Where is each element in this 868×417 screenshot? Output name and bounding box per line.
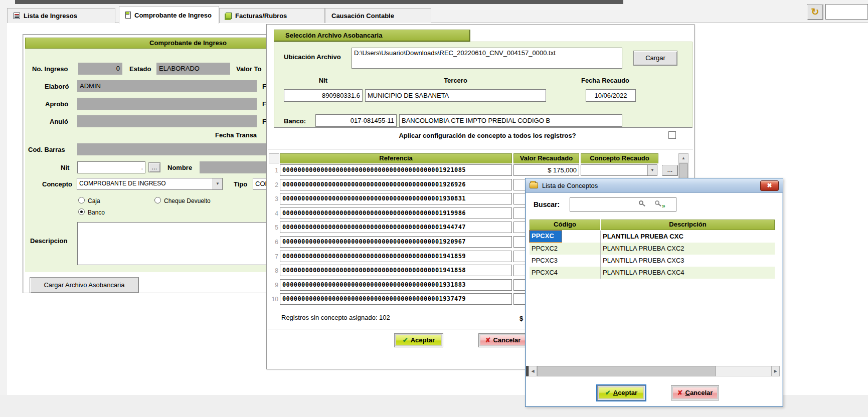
concepto-recaudo-combobox[interactable]: ▼ xyxy=(581,164,657,176)
cross-icon: ✘ xyxy=(485,336,491,344)
nit-label: Nit xyxy=(61,164,69,171)
referencia-cell[interactable]: 0000000000000000000000000000000000000000… xyxy=(280,265,512,276)
seleccion-dialog-title: Selección Archivo Asobancaria xyxy=(285,32,382,39)
estado-label: Estado xyxy=(129,65,151,73)
chevron-down-icon[interactable]: ▼ xyxy=(213,178,222,189)
concepto-browse-button[interactable]: ... xyxy=(662,165,678,176)
concepto-recaudo-header: Concepto Recaudo xyxy=(581,153,658,163)
radio-banco[interactable] xyxy=(78,209,85,215)
horizontal-scroll-thumb[interactable] xyxy=(537,366,716,376)
conceptos-cancelar-button[interactable]: ✘Cancelar xyxy=(671,385,719,400)
tab-comprobante-de-ingreso[interactable]: Comprobante de Ingreso xyxy=(119,6,219,24)
nit-column-label: Nit xyxy=(284,77,363,84)
refresh-button[interactable]: ↻ xyxy=(807,4,823,20)
valor-total-partial: $ xyxy=(519,315,523,322)
no-ingreso-field: 0 xyxy=(78,63,122,75)
row-number: 7 xyxy=(268,253,278,260)
row-number: 6 xyxy=(268,239,278,246)
scroll-left-button[interactable]: ◀ xyxy=(529,366,537,376)
anulo-field xyxy=(77,115,257,127)
conceptos-title-bar[interactable]: Lista de Conceptos xyxy=(526,178,783,193)
row-number: 5 xyxy=(268,224,278,231)
referencia-cell[interactable]: 0000000000000000000000000000000000000000… xyxy=(280,279,512,291)
referencia-cell[interactable]: 0000000000000000000000000000000000000000… xyxy=(280,207,512,219)
tab-lista-de-ingresos[interactable]: Lista de Ingresos xyxy=(7,8,115,23)
close-button[interactable]: ✖ xyxy=(760,180,779,191)
concepto-list-row[interactable]: PPCXCPLANTILLA PRUEBA CXC xyxy=(530,231,775,243)
no-ingreso-label: No. Ingreso xyxy=(32,65,68,73)
codigo-cell-selected[interactable]: PPCXC xyxy=(530,231,562,242)
fecha-label-2: F xyxy=(262,100,266,108)
form-title: Comprobante de Ingreso xyxy=(149,39,227,47)
cargar-archivo-asobancaria-button[interactable]: Cargar Archivo Asobancaria xyxy=(30,277,139,293)
nit-value-input[interactable]: 890980331.6 xyxy=(284,89,363,102)
concepto-list-row[interactable]: PPCXC4PLANTILLA PRUEBA CXC4 xyxy=(530,267,775,279)
valor-recaudado-header: Valor Recaudado xyxy=(513,153,579,163)
concepto-list-row[interactable]: PPCXC3PLANTILLA PRUEBA CXC3 xyxy=(530,255,775,267)
tipo-label: Tipo xyxy=(234,180,247,188)
conceptos-aceptar-button[interactable]: ✔Aceptar xyxy=(597,385,645,400)
list-icon xyxy=(14,13,20,19)
seleccion-aceptar-button[interactable]: ✔Aceptar xyxy=(394,333,443,347)
estado-field: ELABORADO xyxy=(156,63,230,75)
descripcion-cell[interactable]: PLANTILLA PRUEBA CXC2 xyxy=(603,245,684,252)
tercero-column-label: Tercero xyxy=(365,77,546,84)
banco-codigo-input[interactable]: 017-081455-11 xyxy=(315,114,397,127)
chevron-down-icon[interactable]: ▼ xyxy=(647,165,657,175)
referencia-cell[interactable]: 0000000000000000000000000000000000000000… xyxy=(280,164,512,176)
top-dark-strip xyxy=(15,0,623,4)
referencia-cell[interactable]: 0000000000000000000000000000000000000000… xyxy=(280,222,512,233)
lista-conceptos-dialog: Lista de Conceptos ✖ Buscar: » Código De… xyxy=(525,178,783,407)
codigo-cell[interactable]: PPCXC2 xyxy=(532,245,558,252)
nit-browse-button[interactable]: ... xyxy=(148,162,160,172)
row-number: 3 xyxy=(268,195,278,202)
fecha-transaccion-label: Fecha Transa xyxy=(215,131,257,139)
concepto-combobox[interactable]: COMPROBANTE DE INGRESO ▼ xyxy=(77,178,223,190)
tab-facturas-rubros[interactable]: Facturas/Rubros xyxy=(219,8,325,23)
concepto-list-row[interactable]: PPCXC2PLANTILLA PRUEBA CXC2 xyxy=(530,243,775,255)
valor-recaudado-cell[interactable]: $ 175,000 xyxy=(513,164,579,176)
ubicacion-archivo-label: Ubicación Archivo xyxy=(284,53,341,61)
seleccion-cancelar-button[interactable]: ✘Cancelar xyxy=(478,333,528,347)
scroll-right-button[interactable]: ▶ xyxy=(771,366,780,376)
fecha-label-3: F xyxy=(262,118,266,125)
referencia-cell[interactable]: 0000000000000000000000000000000000000000… xyxy=(280,251,512,262)
referencia-cell[interactable]: 0000000000000000000000000000000000000000… xyxy=(280,193,512,204)
row-number: 10 xyxy=(268,296,278,303)
tab-causacion-contable[interactable]: Causación Contable xyxy=(325,8,431,23)
ubicacion-archivo-input[interactable]: D:\Users\Usuario\Downloads\REC_20220610_… xyxy=(352,48,622,69)
descripcion-cell[interactable]: PLANTILLA PRUEBA CXC3 xyxy=(603,257,684,264)
cod-barras-field xyxy=(77,143,293,155)
descripcion-cell[interactable]: PLANTILLA PRUEBA CXC xyxy=(603,233,683,240)
row-number: 1 xyxy=(268,167,278,174)
referencia-cell[interactable]: 0000000000000000000000000000000000000000… xyxy=(280,293,512,305)
search-next-icon[interactable] xyxy=(655,200,659,205)
fecha-label-1: F xyxy=(262,83,266,90)
registros-sin-concepto-text: Registros sin concepto asignado: 102 xyxy=(281,314,390,321)
referencia-cell[interactable]: 0000000000000000000000000000000000000000… xyxy=(280,179,512,190)
descripcion-textarea[interactable] xyxy=(77,222,293,265)
close-icon: ✖ xyxy=(767,182,772,189)
elaboro-label: Elaboró xyxy=(45,83,69,90)
descripcion-cell[interactable]: PLANTILLA PRUEBA CXC4 xyxy=(603,269,684,276)
aplicar-config-checkbox[interactable] xyxy=(668,131,676,139)
radio-caja-label: Caja xyxy=(88,197,100,204)
tab-label: Lista de Ingresos xyxy=(24,12,77,20)
nit-input[interactable]: . xyxy=(77,161,145,173)
banco-nombre-input[interactable]: BANCOLOMBIA CTE IMPTO PREDIAL CODIGO B xyxy=(399,114,622,127)
fecha-recaudo-input[interactable]: 10/06/2022 xyxy=(586,89,636,102)
scroll-up-button[interactable]: ▲ xyxy=(678,153,688,162)
radio-caja[interactable] xyxy=(78,197,85,203)
check-icon: ✔ xyxy=(605,389,611,396)
note-icon xyxy=(226,13,232,19)
row-number: 9 xyxy=(268,282,278,289)
referencia-cell[interactable]: 0000000000000000000000000000000000000000… xyxy=(280,236,512,248)
search-icon[interactable] xyxy=(639,200,643,205)
codigo-cell[interactable]: PPCXC4 xyxy=(532,269,558,276)
quick-search-input[interactable] xyxy=(825,4,868,20)
tercero-value-input[interactable]: MUNICIPIO DE SABANETA xyxy=(365,89,546,102)
radio-cheque-devuelto[interactable] xyxy=(154,197,161,203)
codigo-cell[interactable]: PPCXC3 xyxy=(532,257,558,264)
aprobo-label: Aprobó xyxy=(45,100,68,108)
cargar-button[interactable]: Cargar xyxy=(633,51,677,66)
